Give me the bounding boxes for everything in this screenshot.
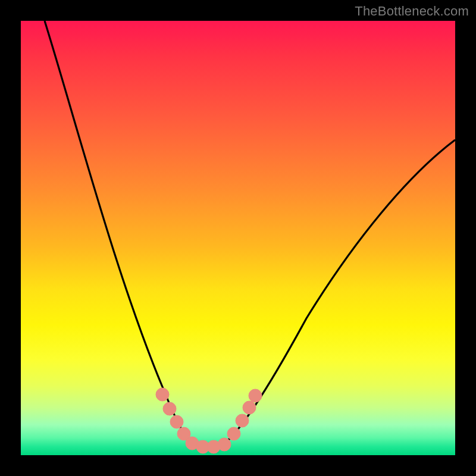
svg-point-0 <box>156 388 169 401</box>
svg-point-11 <box>249 389 262 402</box>
plot-area <box>21 21 455 455</box>
svg-point-9 <box>236 414 249 427</box>
bottleneck-curve <box>21 21 455 455</box>
svg-point-2 <box>170 415 183 428</box>
svg-point-1 <box>163 402 176 415</box>
curve-left-branch <box>45 21 193 444</box>
watermark-text: TheBottleneck.com <box>355 4 469 19</box>
svg-point-10 <box>243 401 256 414</box>
chart-frame: TheBottleneck.com <box>0 0 476 476</box>
svg-point-8 <box>227 427 240 440</box>
marker-band <box>156 388 262 453</box>
svg-point-7 <box>218 438 231 451</box>
